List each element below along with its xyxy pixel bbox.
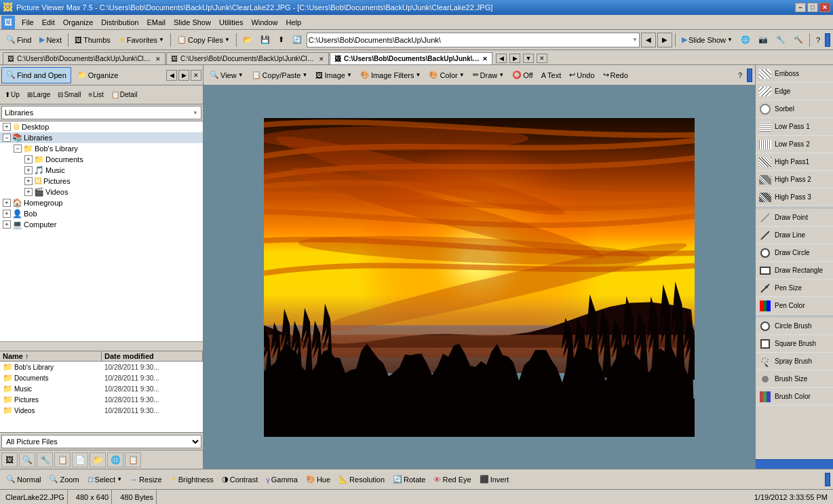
menu-organize[interactable]: Organize: [59, 17, 98, 28]
rp-lowpass1[interactable]: Low Pass 1: [756, 118, 833, 136]
tab-2[interactable]: 🖼 C:\Users\Bob\Documents\BackUp\Junk\Cle…: [330, 52, 492, 64]
tab-close-2[interactable]: ✕: [482, 56, 488, 62]
nav-refresh-button[interactable]: 🔄: [289, 32, 305, 48]
nav-large-btn[interactable]: ⊞ Large: [24, 88, 54, 102]
lb-btn-1[interactable]: 🔍: [19, 452, 35, 467]
tree-item-homegroup[interactable]: + 🏠 Homegroup: [0, 197, 203, 208]
nav-small-btn[interactable]: ⊟ Small: [54, 88, 84, 102]
lb-btn-4[interactable]: 📄: [72, 452, 88, 467]
path-go-fwd[interactable]: ▶: [657, 33, 672, 47]
copy-paste-button[interactable]: 📋 Copy/Paste ▼: [248, 67, 311, 83]
maximize-button[interactable]: □: [807, 3, 818, 12]
minimize-button[interactable]: −: [795, 3, 806, 12]
bt-contrast[interactable]: ◑ Contrast: [218, 471, 262, 488]
next-button[interactable]: ▶ Next: [36, 32, 65, 48]
tab-scroll-right[interactable]: ▶: [509, 54, 520, 63]
text-button[interactable]: A Text: [538, 67, 565, 83]
close-button[interactable]: ✕: [819, 3, 830, 12]
file-row-3[interactable]: 📁Pictures 10/28/2011 9:30...: [0, 394, 203, 405]
tree-hscroll[interactable]: [0, 341, 203, 351]
panel-nav-back[interactable]: ◀: [166, 70, 177, 81]
expand-homegroup[interactable]: +: [3, 199, 11, 207]
rp-draw-circle[interactable]: Draw Circle: [756, 244, 833, 262]
rp-brush-size[interactable]: Brush Size: [756, 370, 833, 388]
rp-sorbel[interactable]: Sorbel: [756, 100, 833, 118]
lb-btn-5[interactable]: 📁: [90, 452, 106, 467]
panel-close[interactable]: ✕: [191, 70, 201, 81]
thumbs-button[interactable]: 🖼 Thumbs: [71, 32, 114, 48]
nav-up-button[interactable]: ⬆: [275, 32, 288, 48]
rp-draw-rectangle[interactable]: Draw Rectangle: [756, 262, 833, 279]
rp-highpass2[interactable]: High Pass 2: [756, 171, 833, 189]
copy-files-button[interactable]: 📋 Copy Files ▼: [174, 32, 233, 48]
bt-resize[interactable]: ↔ Resize: [127, 471, 166, 488]
image-filters-button[interactable]: 🎨 Image Filters ▼: [357, 67, 425, 83]
rp-emboss[interactable]: Emboss: [756, 65, 833, 83]
draw-button[interactable]: ✏ Draw ▼: [469, 67, 508, 83]
panel-nav-fwd[interactable]: ▶: [178, 70, 189, 81]
expand-pictures[interactable]: +: [24, 177, 33, 185]
organize-button[interactable]: 📁 Organize: [73, 67, 123, 83]
expand-desktop[interactable]: +: [3, 123, 11, 131]
tree-item-bob[interactable]: + 👤 Bob: [0, 208, 203, 219]
expand-bobs-library[interactable]: −: [14, 144, 22, 153]
expand-music[interactable]: +: [24, 166, 33, 174]
nav-fwd-button[interactable]: 💾: [257, 32, 273, 48]
lb-btn-2[interactable]: 🔧: [37, 452, 53, 467]
color-button[interactable]: 🎨 Color ▼: [425, 67, 467, 83]
tab-1[interactable]: 🖼 C:\Users\Bob\Documents\BackUp\Junk\Cle…: [166, 52, 329, 64]
path-go-back[interactable]: ◀: [641, 33, 656, 47]
bt-normal[interactable]: 🔍 Normal: [3, 471, 44, 488]
bt-select[interactable]: ◻ Select ▼: [84, 471, 126, 488]
nav-back-button[interactable]: 📂: [239, 32, 256, 48]
tab-close-0[interactable]: ✕: [155, 56, 161, 62]
rp-spray-brush[interactable]: Spray Brush: [756, 353, 833, 370]
lb-btn-3[interactable]: 📋: [54, 452, 71, 467]
rp-highpass1[interactable]: High Pass1: [756, 153, 833, 171]
tab-close-1[interactable]: ✕: [319, 56, 324, 62]
tree-item-desktop[interactable]: + 🖥 Desktop: [0, 121, 203, 132]
menu-slideshow[interactable]: Slide Show: [170, 17, 215, 28]
bt-hue[interactable]: 🎨 Hue: [303, 471, 334, 488]
menu-help[interactable]: Help: [282, 17, 306, 28]
rp-circle-brush[interactable]: Circle Brush: [756, 317, 833, 335]
menu-file[interactable]: File: [18, 17, 38, 28]
bottom-toggle[interactable]: [825, 473, 830, 486]
favorites-button[interactable]: ★ Favorites ▼: [115, 32, 168, 48]
menu-distribution[interactable]: Distribution: [97, 17, 142, 28]
lb-btn-7[interactable]: 📋: [125, 452, 141, 467]
rp-edge[interactable]: Edge: [756, 83, 833, 100]
tree-item-pictures[interactable]: + 🖼 Pictures: [0, 176, 203, 187]
expand-videos[interactable]: +: [24, 188, 33, 196]
file-row-4[interactable]: 📁Videos 10/28/2011 9:30...: [0, 405, 203, 416]
menu-window[interactable]: Window: [247, 17, 282, 28]
col-date[interactable]: Date modified: [102, 351, 203, 361]
path-combo[interactable]: C:\Users\Bob\Documents\BackUp\Junk\ ▼: [307, 33, 640, 47]
tree-item-libraries[interactable]: − 📚 Libraries: [0, 132, 203, 143]
tree-item-computer[interactable]: + 💻 Computer: [0, 219, 203, 230]
menu-edit[interactable]: Edit: [38, 17, 59, 28]
filter-dropdown[interactable]: All Picture Files: [1, 435, 201, 448]
rp-square-brush[interactable]: Square Brush: [756, 335, 833, 353]
web-button[interactable]: 🌐: [737, 32, 754, 48]
menu-email[interactable]: EMail: [142, 17, 170, 28]
expand-libraries[interactable]: −: [3, 134, 11, 142]
rp-highpass3[interactable]: High Pass 3: [756, 189, 833, 206]
expand-computer[interactable]: +: [3, 220, 11, 229]
image-button[interactable]: 🖼 Image ▼: [312, 67, 355, 83]
tree-item-documents[interactable]: + 📁 Documents: [0, 154, 203, 165]
tree-item-videos[interactable]: + 🎬 Videos: [0, 187, 203, 197]
rp-pen-color[interactable]: Pen Color: [756, 297, 833, 315]
camera-button[interactable]: 📷: [755, 32, 771, 48]
find-open-button[interactable]: 🔍 Find and Open: [1, 67, 71, 83]
undo-button[interactable]: ↩ Undo: [566, 67, 598, 83]
file-row-1[interactable]: 📁Documents 10/28/2011 9:30...: [0, 372, 203, 383]
expand-documents[interactable]: +: [24, 155, 33, 163]
tab-0[interactable]: 🖼 C:\Users\Bob\Documents\BackUp\Junk\Cle…: [3, 52, 166, 64]
nav-list-btn[interactable]: ≡ List: [85, 88, 106, 102]
bt-rotate[interactable]: 🔄 Rotate: [389, 471, 429, 488]
tree-dropdown[interactable]: Libraries ▼: [1, 106, 201, 119]
tree-item-music[interactable]: + 🎵 Music: [0, 165, 203, 176]
img-toggle[interactable]: [747, 69, 752, 82]
bt-red-eye[interactable]: 👁 Red Eye: [430, 471, 474, 488]
